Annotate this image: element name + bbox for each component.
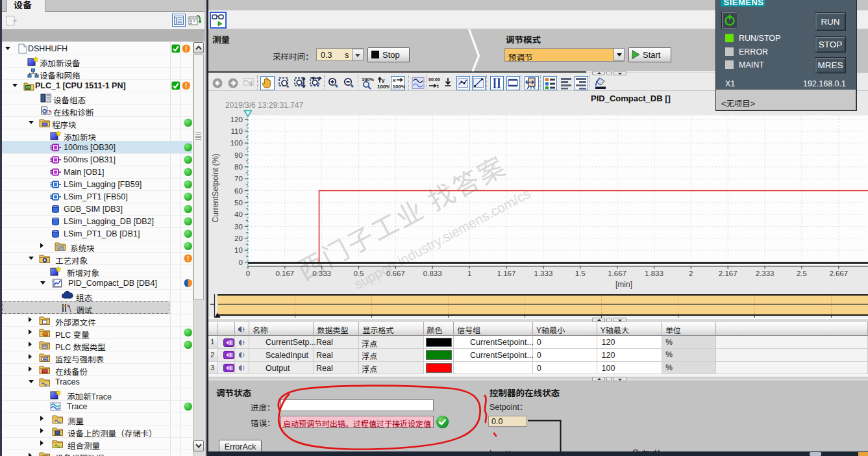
svg-text:60: 60 bbox=[234, 187, 243, 195]
svg-text:!: ! bbox=[185, 45, 187, 53]
svg-text:[min]: [min] bbox=[615, 280, 632, 289]
svg-text:90: 90 bbox=[234, 151, 243, 159]
svg-text:0.667: 0.667 bbox=[386, 270, 405, 277]
svg-text:0.833: 0.833 bbox=[423, 270, 442, 277]
svg-text:0: 0 bbox=[238, 259, 242, 266]
svg-text:50: 50 bbox=[234, 199, 243, 207]
svg-text:1.667: 1.667 bbox=[608, 270, 626, 277]
svg-text:2019/3/6 13:29:31.747: 2019/3/6 13:29:31.747 bbox=[225, 101, 303, 110]
svg-text:0: 0 bbox=[246, 270, 250, 277]
svg-text:y: y bbox=[382, 77, 385, 83]
svg-text:0.333: 0.333 bbox=[312, 270, 331, 277]
svg-text:1.167: 1.167 bbox=[497, 270, 516, 277]
svg-text:!: ! bbox=[185, 82, 187, 90]
svg-text:70: 70 bbox=[234, 175, 243, 183]
svg-text:100%: 100% bbox=[393, 84, 406, 90]
svg-text:0.5: 0.5 bbox=[354, 270, 364, 277]
svg-text:00:00: 00:00 bbox=[428, 77, 440, 82]
svg-text:10: 10 bbox=[234, 246, 243, 254]
svg-text:x: x bbox=[393, 77, 396, 83]
svg-text:1.333: 1.333 bbox=[534, 270, 553, 277]
svg-text:1.5: 1.5 bbox=[575, 270, 586, 277]
svg-text:!: ! bbox=[187, 255, 189, 262]
svg-text:1: 1 bbox=[467, 270, 471, 277]
svg-text:2: 2 bbox=[689, 270, 693, 277]
svg-text:120: 120 bbox=[230, 116, 243, 123]
svg-text:2.333: 2.333 bbox=[756, 270, 775, 277]
svg-text:20: 20 bbox=[234, 234, 243, 242]
svg-text:110: 110 bbox=[231, 127, 243, 135]
svg-text:100%: 100% bbox=[377, 84, 390, 90]
svg-text:40: 40 bbox=[234, 210, 243, 218]
svg-text:2.667: 2.667 bbox=[829, 270, 848, 277]
svg-text:100: 100 bbox=[230, 139, 243, 147]
svg-text:80: 80 bbox=[234, 163, 243, 171]
svg-text:1.833: 1.833 bbox=[645, 270, 663, 277]
svg-text:0.167: 0.167 bbox=[275, 270, 294, 277]
svg-text:t: t bbox=[437, 83, 439, 89]
svg-text:2.167: 2.167 bbox=[719, 270, 738, 277]
svg-text:2.5: 2.5 bbox=[797, 270, 807, 277]
svg-text:30: 30 bbox=[234, 223, 243, 231]
svg-text:Q: Q bbox=[42, 107, 47, 114]
